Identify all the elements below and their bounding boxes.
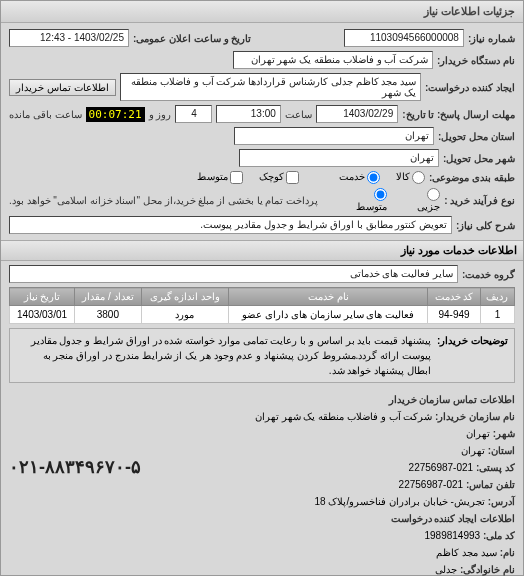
days-remaining-value: 4 — [175, 105, 212, 123]
cell-date: 1403/03/01 — [10, 306, 75, 324]
size-small-checkbox[interactable] — [286, 171, 299, 184]
creator-name-value: سید مجد کاظم — [436, 547, 497, 558]
contact-postal-label: کد پستی: — [476, 462, 515, 473]
creator-section-title: اطلاعات ایجاد کننده درخواست — [391, 513, 515, 524]
desc-value: تعویض کنتور مطابق با اوراق شرایط و جدول … — [9, 216, 452, 234]
col-qty: تعداد / مقدار — [75, 288, 141, 306]
category-service-option[interactable]: خدمت — [339, 171, 380, 184]
province-value: تهران — [234, 127, 434, 145]
window-title: جزئیات اطلاعات نیاز — [1, 1, 523, 23]
contact-city-label: شهر: — [493, 428, 515, 439]
days-label: روز و — [149, 109, 172, 120]
contact-province-value: تهران — [461, 445, 485, 456]
buyer-note-text: پیشنهاد قیمت باید بر اساس و با رعایت تما… — [16, 333, 431, 378]
contact-postal-value: 021-22756987 — [409, 462, 474, 473]
process-label: نوع فرآیند خرید : — [444, 195, 515, 206]
public-date-label: تاریخ و ساعت اعلان عمومی: — [133, 33, 251, 44]
creator-natid-label: کد ملی: — [483, 530, 515, 541]
contact-org-value: شرکت آب و فاضلاب منطقه یک شهر تهران — [255, 411, 432, 422]
process-partial-radio[interactable] — [427, 188, 440, 201]
col-code: کد خدمت — [428, 288, 481, 306]
buyer-note-box: توضیحات خریدار: پیشنهاد قیمت باید بر اسا… — [9, 328, 515, 383]
process-partial-option[interactable]: جزیی — [403, 188, 440, 212]
category-label: طبقه بندی موضوعی: — [429, 172, 515, 183]
buyer-contact-button[interactable]: اطلاعات تماس خریدار — [9, 79, 116, 96]
process-note: پرداخت تمام یا بخشی از مبلغ خرید،از محل … — [9, 195, 318, 206]
contact-phone-label: تلفن تماس: — [466, 479, 515, 490]
time-label-1: ساعت — [285, 109, 312, 120]
big-phone-number: ۰۲۱-۸۸۳۴۹۶۷۰-۵ — [9, 452, 141, 483]
creator-natid-value: 1989814993 — [424, 530, 480, 541]
services-section-title: اطلاعات خدمات مورد نیاز — [1, 240, 523, 261]
contact-section-title: اطلاعات تماس سازمان خریدار — [389, 394, 515, 405]
cell-qty: 3800 — [75, 306, 141, 324]
contact-address-label: آدرس: — [488, 496, 515, 507]
size-medium-checkbox[interactable] — [230, 171, 243, 184]
table-header-row: ردیف کد خدمت نام خدمت واحد اندازه گیری ت… — [10, 288, 515, 306]
size-medium-option[interactable]: متوسط — [197, 171, 243, 184]
col-unit: واحد اندازه گیری — [141, 288, 229, 306]
contact-phone-value: 021-22756987 — [399, 479, 464, 490]
contact-org-label: نام سازمان خریدار: — [435, 411, 515, 422]
col-name: نام خدمت — [229, 288, 428, 306]
buyer-org-value: شرکت آب و فاضلاب منطقه یک شهر تهران — [233, 51, 433, 69]
countdown-timer: 00:07:21 — [86, 107, 145, 122]
creator-lname-value: جدلی — [435, 564, 457, 575]
need-number-label: شماره نیاز: — [468, 33, 515, 44]
buyer-org-label: نام دستگاه خریدار: — [437, 55, 515, 66]
contact-address-value: تجریش- خیابان برادران فناخسرو/پلاک 18 — [315, 496, 485, 507]
creator-lname-label: نام خانوادگی: — [460, 564, 515, 575]
col-idx: ردیف — [480, 288, 514, 306]
category-goods-option[interactable]: کالا — [396, 171, 425, 184]
province-label: استان محل تحویل: — [438, 131, 515, 142]
contact-block: اطلاعات تماس سازمان خریدار نام سازمان خر… — [9, 391, 515, 576]
category-service-radio[interactable] — [367, 171, 380, 184]
requester-value: سید مجد کاظم جدلی کارشناس قراردادها شرکت… — [120, 73, 422, 101]
countdown-value: 00:07:21 — [86, 107, 145, 122]
size-small-option[interactable]: کوچک — [259, 171, 299, 184]
cell-code: 94-949 — [428, 306, 481, 324]
deadline-time-value: 13:00 — [216, 105, 280, 123]
contact-province-label: استان: — [488, 445, 515, 456]
deadline-date-value: 1403/02/29 — [316, 105, 398, 123]
public-date-value: 1403/02/25 - 12:43 — [9, 29, 129, 47]
category-goods-radio[interactable] — [412, 171, 425, 184]
contact-city-value: تهران — [466, 428, 490, 439]
city-label: شهر محل تحویل: — [443, 153, 515, 164]
deadline-label: مهلت ارسال پاسخ: تا تاریخ: — [402, 109, 515, 120]
need-number-value: 1103094566000008 — [344, 29, 464, 47]
cell-unit: مورد — [141, 306, 229, 324]
table-row[interactable]: 1 94-949 فعالیت های سایر سازمان های دارا… — [10, 306, 515, 324]
city-value: تهران — [239, 149, 439, 167]
details-window: جزئیات اطلاعات نیاز شماره نیاز: 11030945… — [0, 0, 524, 576]
content-area: شماره نیاز: 1103094566000008 تاریخ و ساع… — [1, 23, 523, 576]
service-group-value: سایر فعالیت های خدماتی — [9, 265, 458, 283]
cell-name: فعالیت های سایر سازمان های دارای عضو — [229, 306, 428, 324]
service-group-label: گروه خدمت: — [462, 269, 515, 280]
cell-idx: 1 — [480, 306, 514, 324]
remain-label: ساعت باقی مانده — [9, 109, 82, 120]
creator-name-label: نام: — [500, 547, 515, 558]
process-medium-option[interactable]: متوسط — [342, 188, 387, 212]
process-medium-radio[interactable] — [374, 188, 387, 201]
buyer-note-label: توضیحات خریدار: — [437, 333, 508, 378]
services-table: ردیف کد خدمت نام خدمت واحد اندازه گیری ت… — [9, 287, 515, 324]
col-date: تاریخ نیاز — [10, 288, 75, 306]
desc-label: شرح کلی نیاز: — [456, 220, 515, 231]
requester-label: ایجاد کننده درخواست: — [425, 82, 515, 93]
